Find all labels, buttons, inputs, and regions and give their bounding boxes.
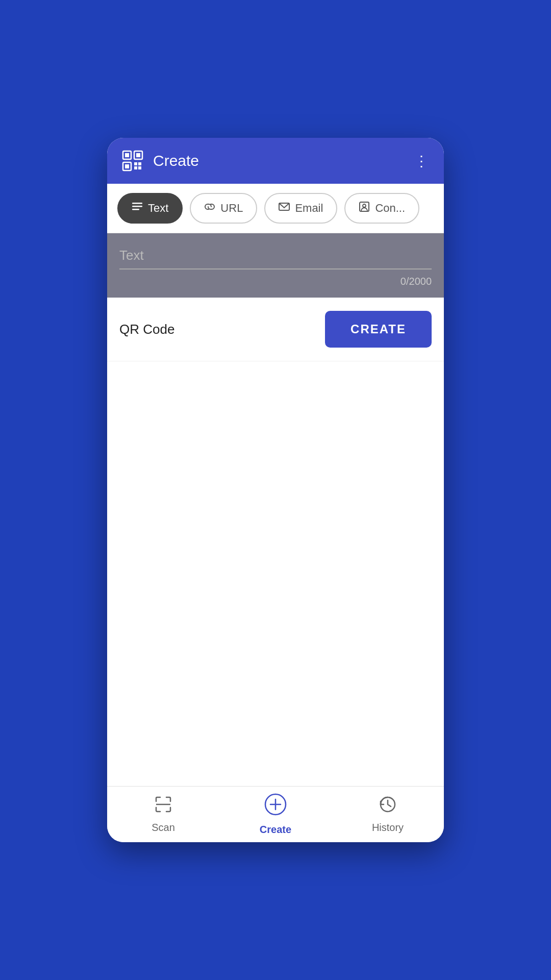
svg-rect-5 [125, 164, 129, 168]
char-count: 0/2000 [119, 276, 432, 287]
contact-tab-label: Con... [375, 202, 405, 215]
svg-rect-6 [134, 162, 137, 165]
tab-contact[interactable]: Con... [344, 193, 419, 224]
tab-bar: Text URL Email [107, 184, 444, 233]
text-input[interactable] [119, 248, 432, 263]
phone-container: Create ⋮ Text URL [107, 138, 444, 842]
tab-email[interactable]: Email [264, 193, 337, 224]
url-tab-label: URL [220, 202, 243, 215]
email-tab-icon [279, 201, 290, 215]
nav-history[interactable]: History [332, 795, 444, 834]
qr-label: QR Code [119, 322, 174, 337]
create-icon [264, 793, 287, 820]
svg-point-15 [363, 204, 366, 207]
create-button[interactable]: CREATE [325, 311, 432, 348]
text-tab-label: Text [148, 202, 168, 215]
svg-rect-10 [132, 203, 142, 204]
header-title: Create [153, 152, 199, 169]
svg-rect-1 [125, 153, 129, 157]
qr-section: QR Code CREATE [107, 298, 444, 361]
svg-rect-9 [138, 166, 141, 169]
header-menu-icon[interactable]: ⋮ [414, 153, 430, 169]
tab-url[interactable]: URL [190, 193, 257, 224]
content-area [107, 361, 444, 786]
qr-logo-icon [121, 150, 144, 172]
svg-rect-8 [134, 166, 137, 169]
tab-text[interactable]: Text [117, 193, 183, 224]
nav-scan-label: Scan [152, 822, 175, 834]
svg-rect-3 [136, 153, 140, 157]
text-input-wrapper [119, 248, 432, 270]
header: Create ⋮ [107, 138, 444, 184]
nav-history-label: History [372, 822, 404, 834]
scan-icon [154, 795, 172, 818]
nav-create-label: Create [260, 824, 291, 836]
email-tab-label: Email [295, 202, 323, 215]
nav-create[interactable]: Create [219, 793, 332, 836]
svg-rect-12 [132, 209, 139, 210]
url-tab-icon [204, 201, 215, 215]
nav-scan[interactable]: Scan [107, 795, 219, 834]
svg-rect-7 [138, 162, 141, 165]
input-area: 0/2000 [107, 233, 444, 298]
history-icon [379, 795, 397, 818]
text-tab-icon [132, 201, 143, 215]
svg-rect-11 [132, 206, 142, 207]
header-left: Create [121, 150, 199, 172]
bottom-nav: Scan Create History [107, 786, 444, 842]
contact-tab-icon [359, 201, 370, 215]
